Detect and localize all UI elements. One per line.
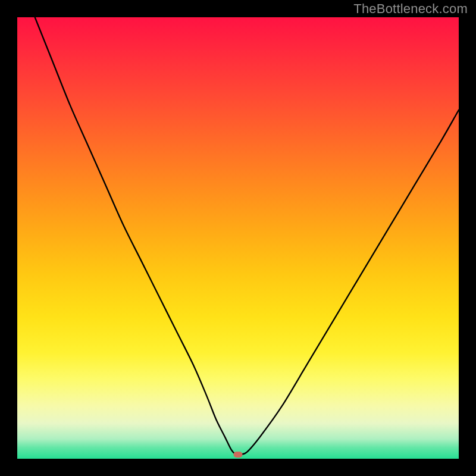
optimal-point-marker bbox=[234, 452, 243, 458]
watermark-text: TheBottleneck.com bbox=[353, 1, 468, 17]
plot-area bbox=[17, 17, 459, 459]
chart-frame: TheBottleneck.com bbox=[0, 0, 476, 476]
bottleneck-curve bbox=[17, 17, 459, 459]
